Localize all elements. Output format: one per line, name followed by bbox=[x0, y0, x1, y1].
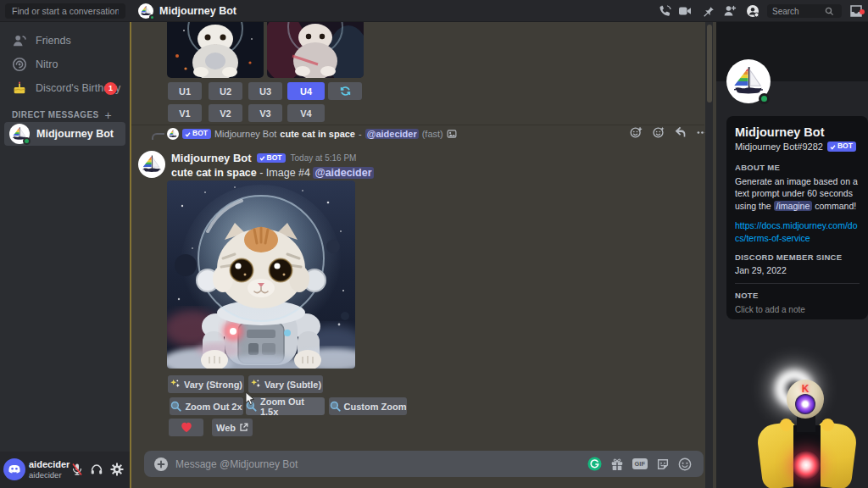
message-input-bar: GIF bbox=[144, 451, 704, 477]
dm-header[interactable]: DIRECT MESSAGES + bbox=[12, 110, 122, 119]
chat-area: U1 U2 U3 U4 V1 V2 V3 V4 BOT Midjourney B… bbox=[131, 22, 716, 488]
upscale-button-u2[interactable]: U2 bbox=[209, 82, 242, 100]
reply-context[interactable]: BOT Midjourney Bot cute cat in space - @… bbox=[167, 127, 457, 141]
upscale-button-u1[interactable]: U1 bbox=[168, 82, 202, 100]
sparkles-icon bbox=[170, 379, 181, 390]
note-label: NOTE bbox=[735, 291, 860, 300]
robot-head: K bbox=[787, 380, 824, 419]
call-icon[interactable] bbox=[659, 4, 672, 18]
reply-spine bbox=[152, 133, 164, 140]
gif-picker-icon[interactable]: GIF bbox=[632, 458, 648, 469]
vary-strong-button[interactable]: Vary (Strong) bbox=[168, 375, 244, 393]
member-since-label: DISCORD MEMBER SINCE bbox=[735, 252, 860, 262]
profile-tag: Midjourney Bot#9282 bbox=[735, 141, 823, 152]
online-status-dot bbox=[759, 93, 770, 104]
web-button[interactable]: Web bbox=[212, 419, 253, 436]
message-author[interactable]: Midjourney Bot bbox=[171, 152, 252, 164]
zoom-out-2x-button[interactable]: Zoom Out 2x bbox=[170, 397, 243, 415]
grammarly-icon[interactable] bbox=[587, 457, 602, 471]
about-me-label: ABOUT ME bbox=[735, 163, 860, 172]
note-input[interactable]: Click to add a note bbox=[735, 305, 860, 314]
chat-scrollbar bbox=[705, 22, 713, 488]
mic-muted-icon[interactable] bbox=[70, 463, 84, 476]
divider bbox=[130, 22, 131, 488]
sticker-icon[interactable] bbox=[656, 458, 670, 471]
variation-button-v1[interactable]: V1 bbox=[168, 104, 202, 122]
inbox-icon[interactable] bbox=[849, 4, 863, 18]
generated-image-grid[interactable] bbox=[167, 22, 364, 78]
terms-link[interactable]: https://docs.midjourney.com/docs/terms-o… bbox=[735, 219, 860, 243]
add-friend-icon[interactable] bbox=[723, 4, 737, 18]
sidebar-item-friends[interactable]: Friends bbox=[4, 30, 125, 52]
divider bbox=[735, 283, 860, 284]
magnifier-icon bbox=[170, 401, 181, 412]
upscale-button-u3[interactable]: U3 bbox=[248, 82, 282, 100]
gift-icon[interactable] bbox=[610, 458, 624, 471]
grid-image-left bbox=[167, 22, 264, 78]
friends-icon bbox=[12, 33, 27, 48]
reply-icon[interactable] bbox=[674, 126, 687, 139]
bot-badge: BOT bbox=[257, 153, 286, 163]
pin-icon[interactable] bbox=[701, 4, 715, 18]
user-profile-icon[interactable] bbox=[746, 4, 760, 18]
channel-title: Midjourney Bot bbox=[159, 5, 236, 17]
online-status-dot bbox=[23, 137, 31, 145]
top-bar: Midjourney Bot bbox=[0, 0, 868, 22]
headphones-icon[interactable] bbox=[90, 463, 103, 476]
midjourney-avatar bbox=[9, 124, 30, 144]
variation-button-v2[interactable]: V2 bbox=[209, 104, 242, 122]
reroll-button[interactable] bbox=[328, 82, 362, 100]
upscale-button-u4-selected[interactable]: U4 bbox=[287, 82, 325, 100]
user-avatar[interactable] bbox=[3, 458, 25, 480]
chest-orb-glow bbox=[792, 451, 821, 480]
mention-pill[interactable]: @aidecider bbox=[313, 167, 373, 179]
discord-app: Midjourney Bot bbox=[0, 0, 868, 488]
profile-panel: Midjourney Bot Midjourney Bot#9282 BOT A… bbox=[716, 22, 868, 488]
search-input[interactable] bbox=[767, 7, 823, 16]
bot-badge: BOT bbox=[182, 129, 211, 138]
user-handle: aidecider bbox=[29, 470, 62, 480]
shoulder-knob bbox=[780, 419, 793, 431]
bot-badge: BOT bbox=[827, 141, 856, 151]
message-hover-toolbar bbox=[630, 126, 709, 139]
magnifier-icon bbox=[330, 401, 341, 412]
conversation-search-input[interactable] bbox=[5, 3, 125, 19]
username[interactable]: aidecider bbox=[29, 459, 70, 469]
mention-pill[interactable]: @aidecider bbox=[365, 129, 419, 139]
member-since-value: Jan 29, 2022 bbox=[735, 265, 860, 275]
custom-zoom-button[interactable]: Custom Zoom bbox=[329, 397, 407, 415]
generated-image-cat-astronaut[interactable] bbox=[167, 180, 355, 369]
video-icon[interactable] bbox=[678, 4, 692, 18]
speed-mode: (fast) bbox=[422, 129, 443, 139]
zoom-out-15x-button[interactable]: Zoom Out 1.5x bbox=[246, 397, 325, 415]
message-avatar[interactable] bbox=[138, 151, 165, 181]
emoji-icon[interactable] bbox=[678, 458, 692, 471]
message-input[interactable] bbox=[169, 458, 587, 470]
search-box[interactable] bbox=[767, 4, 842, 18]
profile-card: Midjourney Bot Midjourney Bot#9282 BOT A… bbox=[726, 116, 868, 319]
sidebar-item-discord-birthday[interactable]: Discord's Birthday 1 bbox=[4, 77, 125, 99]
favorite-heart-button[interactable] bbox=[169, 419, 203, 436]
external-link-icon bbox=[239, 423, 248, 432]
message-timestamp: Today at 5:16 PM bbox=[291, 153, 357, 163]
attach-plus-icon[interactable] bbox=[153, 457, 169, 472]
add-reaction-icon[interactable] bbox=[630, 126, 643, 139]
variation-button-v3[interactable]: V3 bbox=[248, 104, 282, 122]
message-divider bbox=[131, 125, 704, 125]
sidebar-item-nitro[interactable]: Nitro bbox=[4, 53, 125, 75]
about-me-text: Generate an image based on a text prompt… bbox=[735, 175, 860, 212]
super-reaction-icon[interactable] bbox=[652, 126, 665, 139]
search-icon bbox=[825, 7, 834, 16]
vary-subtle-button[interactable]: Vary (Subtle) bbox=[248, 375, 323, 393]
dm-item-midjourney-bot[interactable]: Midjourney Bot bbox=[4, 122, 125, 146]
variation-button-v4[interactable]: V4 bbox=[287, 104, 325, 122]
dm-sidebar: Friends Nitro Discord's Birthday 1 DIREC… bbox=[0, 22, 130, 452]
profile-name: Midjourney Bot bbox=[735, 125, 860, 139]
scrollbar-thumb[interactable] bbox=[707, 25, 712, 103]
heart-icon bbox=[181, 422, 192, 433]
settings-gear-icon[interactable] bbox=[110, 463, 124, 476]
shoulder-knob bbox=[821, 419, 834, 431]
create-dm-icon[interactable]: + bbox=[104, 108, 112, 122]
reply-author: Midjourney Bot bbox=[214, 129, 276, 139]
midjourney-avatar[interactable] bbox=[138, 3, 153, 19]
